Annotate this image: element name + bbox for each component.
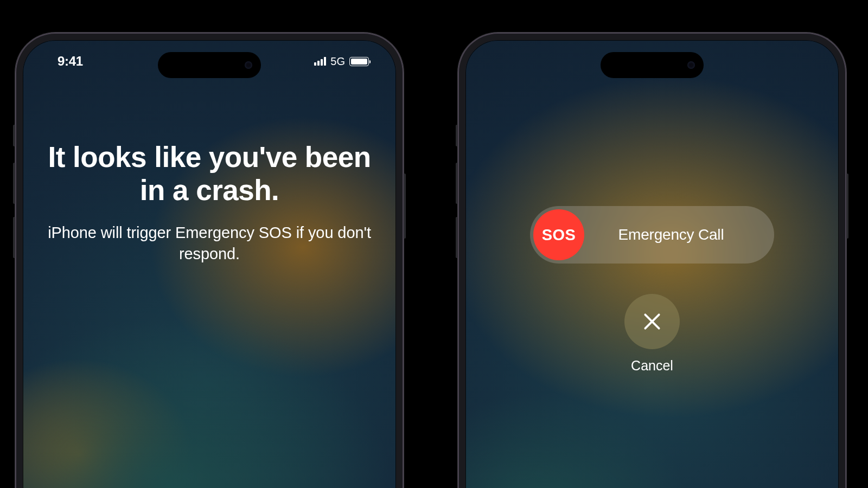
side-button[interactable] (404, 174, 406, 239)
phone-right-screen: SOS Emergency Call Cancel (465, 40, 839, 488)
side-button[interactable] (846, 174, 848, 239)
battery-icon (349, 57, 369, 66)
sos-slider-knob[interactable]: SOS (533, 209, 584, 260)
volume-up-button[interactable] (13, 163, 15, 204)
network-label: 5G (330, 55, 345, 68)
front-camera-icon (687, 61, 695, 69)
close-icon (642, 311, 662, 332)
cancel-label: Cancel (631, 358, 673, 374)
cellular-signal-icon (314, 57, 326, 66)
dynamic-island[interactable] (601, 52, 704, 78)
emergency-call-slider[interactable]: SOS Emergency Call (530, 206, 774, 264)
phone-right-frame: SOS Emergency Call Cancel (458, 33, 846, 488)
status-right: 5G (314, 55, 369, 68)
silence-switch[interactable] (13, 125, 15, 146)
volume-down-button[interactable] (456, 217, 458, 258)
sos-slider-label: Emergency Call (584, 226, 771, 243)
volume-up-button[interactable] (456, 163, 458, 204)
phone-left-frame: 9:41 5G It looks like you've been in a c… (15, 33, 404, 488)
phone-left-screen: 9:41 5G It looks like you've been in a c… (23, 40, 396, 488)
crash-subheading: iPhone will trigger Emergency SOS if you… (42, 222, 376, 265)
sos-knob-label: SOS (542, 226, 576, 244)
crash-heading: It looks like you've been in a crash. (42, 140, 376, 207)
silence-switch[interactable] (456, 125, 458, 146)
status-bar: 9:41 5G (23, 40, 396, 82)
volume-down-button[interactable] (13, 217, 15, 258)
status-time: 9:41 (58, 54, 83, 69)
cancel-group: Cancel (624, 294, 680, 374)
crash-detection-alert: It looks like you've been in a crash. iP… (23, 140, 396, 265)
cancel-button[interactable] (624, 294, 680, 349)
